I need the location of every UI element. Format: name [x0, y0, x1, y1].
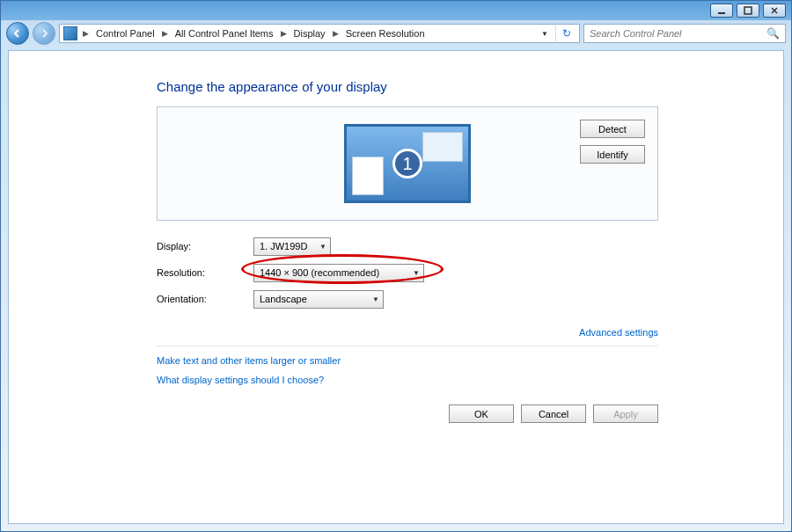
divider — [555, 26, 556, 41]
divider — [157, 346, 658, 346]
search-box[interactable]: 🔍 — [583, 24, 786, 43]
chevron-right-icon: ▶ — [329, 29, 342, 38]
search-input[interactable] — [590, 28, 766, 39]
display-preview[interactable]: 1 Detect Identify — [157, 106, 658, 221]
cancel-button[interactable]: Cancel — [521, 404, 586, 423]
chevron-right-icon: ▶ — [158, 29, 172, 38]
svg-rect-1 — [744, 7, 752, 14]
monitor-thumbnail[interactable]: 1 — [344, 124, 471, 203]
crumb-control-panel[interactable]: Control Panel — [94, 28, 157, 39]
minimize-button[interactable] — [710, 4, 733, 18]
display-dropdown[interactable]: 1. JW199D ▼ — [253, 237, 331, 256]
detect-button[interactable]: Detect — [580, 120, 645, 138]
resolution-dropdown[interactable]: 1440 × 900 (recommended) ▼ — [253, 264, 424, 282]
orientation-label: Orientation: — [157, 294, 253, 304]
resolution-label: Resolution: — [157, 267, 253, 278]
titlebar — [1, 1, 791, 20]
identify-button[interactable]: Identify — [580, 145, 645, 164]
chevron-down-icon: ▼ — [319, 243, 326, 251]
text-size-link[interactable]: Make text and other items larger or smal… — [157, 355, 741, 366]
forward-button[interactable] — [33, 22, 55, 45]
address-dropdown-icon[interactable]: ▼ — [536, 30, 554, 38]
ok-button[interactable]: OK — [449, 404, 514, 423]
maximize-button[interactable] — [737, 4, 759, 18]
crumb-screen-resolution[interactable]: Screen Resolution — [344, 28, 427, 39]
chevron-right-icon: ▶ — [277, 29, 290, 38]
monitor-number-badge: 1 — [347, 127, 468, 200]
help-link[interactable]: What display settings should I choose? — [157, 375, 741, 385]
advanced-settings-link[interactable]: Advanced settings — [579, 327, 658, 338]
resolution-value: 1440 × 900 (recommended) — [260, 267, 379, 278]
window-frame: ▶ Control Panel ▶ All Control Panel Item… — [0, 0, 792, 532]
chevron-down-icon: ▼ — [372, 295, 379, 303]
orientation-value: Landscape — [260, 294, 307, 304]
chevron-down-icon: ▼ — [413, 269, 420, 277]
control-panel-icon — [63, 26, 77, 40]
apply-button[interactable]: Apply — [593, 404, 658, 423]
orientation-dropdown[interactable]: Landscape ▼ — [253, 290, 384, 309]
address-field[interactable]: ▶ Control Panel ▶ All Control Panel Item… — [59, 24, 580, 43]
display-label: Display: — [157, 241, 253, 251]
display-value: 1. JW199D — [260, 241, 307, 251]
refresh-button[interactable]: ↻ — [558, 27, 576, 40]
svg-rect-0 — [718, 12, 725, 14]
chevron-right-icon: ▶ — [79, 29, 92, 38]
close-button[interactable] — [763, 4, 786, 18]
crumb-display[interactable]: Display — [292, 28, 327, 39]
search-icon: 🔍 — [766, 27, 780, 40]
address-bar: ▶ Control Panel ▶ All Control Panel Item… — [1, 20, 791, 47]
client-area: Change the appearance of your display 1 … — [8, 50, 784, 524]
back-button[interactable] — [6, 22, 29, 45]
crumb-all-items[interactable]: All Control Panel Items — [173, 28, 275, 39]
page-title: Change the appearance of your display — [157, 79, 741, 94]
